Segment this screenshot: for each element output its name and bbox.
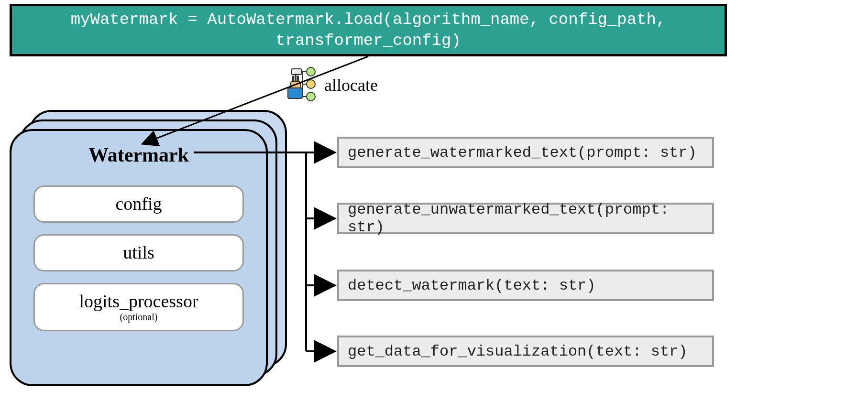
- method-text-2: generate_unwatermarked_text(prompt: str): [348, 201, 712, 236]
- method-detect-watermark: detect_watermark(text: str): [337, 270, 714, 301]
- watermark-card: Watermark config utils logits_processor …: [10, 129, 268, 386]
- method-text-3: detect_watermark(text: str): [348, 277, 595, 294]
- code-text: myWatermark = AutoWatermark.load(algorit…: [17, 9, 720, 51]
- svg-rect-3: [292, 69, 301, 75]
- method-text-4: get_data_for_visualization(text: str): [348, 343, 688, 360]
- svg-point-1: [307, 80, 315, 88]
- method-get-data-viz: get_data_for_visualization(text: str): [337, 336, 714, 367]
- code-banner: myWatermark = AutoWatermark.load(algorit…: [10, 4, 727, 56]
- allocate-group: allocate: [283, 66, 378, 104]
- logits-optional-text: (optional): [38, 312, 240, 322]
- watermark-body: config utils logits_processor (optional): [11, 166, 266, 353]
- allocate-icon: [283, 66, 321, 104]
- method-text-1: generate_watermarked_text(prompt: str): [348, 144, 697, 162]
- svg-rect-5: [288, 88, 302, 98]
- config-text: config: [115, 194, 162, 214]
- svg-point-2: [307, 92, 315, 101]
- watermark-title: Watermark: [11, 143, 266, 166]
- logits-processor-text: logits_processor: [79, 291, 198, 311]
- method-generate-unwatermarked: generate_unwatermarked_text(prompt: str): [337, 203, 714, 234]
- svg-point-0: [307, 67, 315, 76]
- logits-processor-box: logits_processor (optional): [33, 283, 244, 331]
- utils-box: utils: [33, 234, 244, 271]
- method-generate-watermarked: generate_watermarked_text(prompt: str): [337, 137, 714, 168]
- allocate-label: allocate: [324, 75, 378, 95]
- utils-text: utils: [123, 242, 154, 262]
- config-box: config: [33, 185, 244, 223]
- watermark-card-stack: Watermark config utils logits_processor …: [10, 110, 287, 382]
